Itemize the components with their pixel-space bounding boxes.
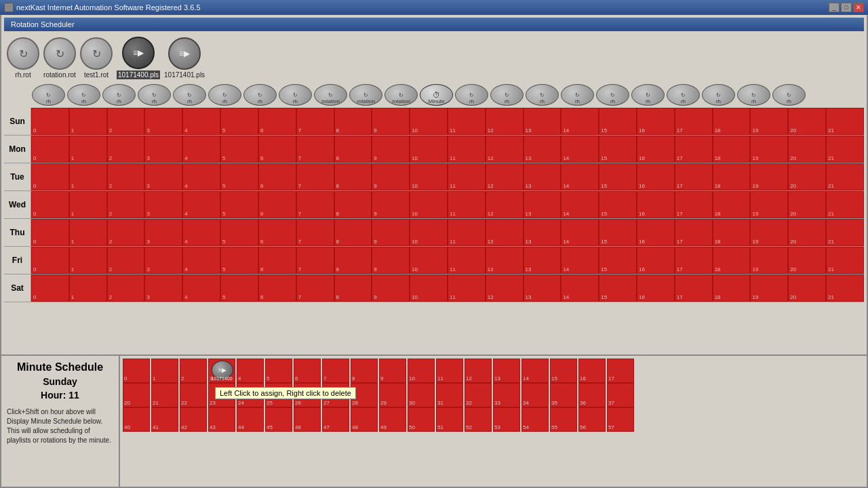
table-row[interactable]: 13	[524, 136, 561, 163]
table-row[interactable]: 8	[334, 274, 372, 302]
table-row[interactable]: 13	[524, 163, 561, 190]
table-row[interactable]: 3	[144, 219, 182, 246]
list-item[interactable]: 20	[123, 383, 150, 407]
table-row[interactable]: 21	[826, 274, 864, 302]
table-row[interactable]: 13	[524, 247, 561, 274]
table-row[interactable]: 6	[258, 219, 296, 246]
table-row[interactable]: 6	[258, 163, 296, 190]
list-item[interactable]: 37	[607, 383, 634, 407]
list-item[interactable]: 4	[237, 359, 264, 383]
list-item[interactable]: 36	[578, 383, 606, 407]
table-row[interactable]: 7	[296, 108, 334, 135]
table-row[interactable]: 14	[561, 191, 599, 218]
table-row[interactable]: 11	[448, 108, 486, 135]
table-row[interactable]: 14	[561, 274, 599, 302]
table-row[interactable]: 20	[788, 191, 826, 218]
table-row[interactable]: 9	[372, 136, 410, 163]
table-row[interactable]: 2	[107, 191, 145, 218]
table-row[interactable]: 8	[334, 108, 372, 135]
list-item[interactable]: 16	[578, 359, 606, 383]
toolbar-item-pls2[interactable]: ≡▶ 10171401.pls	[164, 37, 205, 79]
list-item[interactable]: 7	[322, 359, 349, 383]
table-row[interactable]: 17	[675, 274, 713, 302]
list-item[interactable]: 8	[351, 359, 378, 383]
table-row[interactable]: 7	[296, 274, 334, 302]
list-item[interactable]: 44	[237, 407, 264, 432]
table-row[interactable]: 19	[750, 163, 788, 190]
toolbar-item-test1[interactable]: ↻ test1.rot	[80, 37, 113, 79]
table-row[interactable]: 5	[220, 219, 258, 246]
table-row[interactable]: 17	[675, 163, 713, 190]
maximize-button[interactable]: □	[841, 3, 852, 12]
hour-btn-20[interactable]: ↻ rh	[737, 84, 770, 106]
hour-btn-6[interactable]: ↻ rh	[243, 84, 277, 106]
hour-btn-9[interactable]: ↻ rotation	[349, 84, 382, 106]
table-row[interactable]: 18	[713, 191, 751, 218]
table-row[interactable]: 14	[561, 219, 599, 246]
list-item[interactable]: 1	[151, 359, 178, 383]
table-row[interactable]: 15	[599, 274, 637, 302]
list-item[interactable]: 30	[408, 383, 435, 407]
table-row[interactable]: 5	[220, 274, 258, 302]
hour-btn-15[interactable]: ↻ rh	[561, 84, 594, 106]
table-row[interactable]: 12	[486, 219, 524, 246]
pls1-button[interactable]: ≡▶	[122, 37, 155, 69]
table-row[interactable]: 2	[107, 163, 145, 190]
table-row[interactable]: 12	[486, 136, 524, 163]
list-item[interactable]: 14	[521, 359, 549, 383]
table-row[interactable]: 15	[599, 219, 637, 246]
table-row[interactable]: 12	[486, 274, 524, 302]
table-row[interactable]: 18	[713, 163, 751, 190]
rotation-rot-button[interactable]: ↻	[43, 37, 76, 70]
table-row[interactable]: 14	[561, 247, 599, 274]
table-row[interactable]: 9	[372, 108, 410, 135]
table-row[interactable]: 2	[107, 136, 145, 163]
list-item[interactable]: 40	[123, 407, 150, 432]
table-row[interactable]: 2	[107, 219, 145, 246]
table-row[interactable]: 5	[220, 163, 258, 190]
table-row[interactable]: 8	[334, 163, 372, 190]
list-item[interactable]: 43	[208, 407, 235, 432]
table-row[interactable]: 12	[486, 163, 524, 190]
hour-btn-1[interactable]: ↻ rh	[67, 84, 100, 106]
hour-btn-0[interactable]: ↻ rh	[32, 84, 65, 106]
table-row[interactable]: 16	[637, 191, 675, 218]
list-item[interactable]: 53	[493, 407, 520, 432]
table-row[interactable]: 15	[599, 108, 637, 135]
close-button[interactable]: ✕	[853, 3, 864, 12]
table-row[interactable]: 19	[750, 108, 788, 135]
test1-rot-button[interactable]: ↻	[80, 37, 113, 70]
table-row[interactable]: 13	[524, 191, 561, 218]
table-row[interactable]: 11	[448, 136, 486, 163]
table-row[interactable]: 0	[31, 136, 69, 163]
table-row[interactable]: 3	[144, 108, 182, 135]
table-row[interactable]: 19	[750, 274, 788, 302]
table-row[interactable]: 3	[144, 136, 182, 163]
table-row[interactable]: 0	[31, 108, 69, 135]
hour-btn-13[interactable]: ↻ rh	[490, 84, 524, 106]
table-row[interactable]: 10	[410, 108, 448, 135]
table-row[interactable]: 1	[69, 163, 107, 190]
list-item[interactable]: 56	[578, 407, 606, 432]
table-row[interactable]: 6	[258, 136, 296, 163]
table-row[interactable]: 6	[258, 108, 296, 135]
table-row[interactable]: 17	[675, 191, 713, 218]
list-item[interactable]: 35	[550, 383, 577, 407]
table-row[interactable]: 14	[561, 163, 599, 190]
table-row[interactable]: 11	[448, 247, 486, 274]
minimize-button[interactable]: _	[829, 3, 840, 12]
table-row[interactable]: 20	[788, 274, 826, 302]
table-row[interactable]: 1	[69, 191, 107, 218]
table-row[interactable]: 11	[448, 191, 486, 218]
list-item[interactable]: 54	[521, 407, 549, 432]
table-row[interactable]: 2	[107, 247, 145, 274]
list-item[interactable]: 31	[436, 383, 463, 407]
hour-btn-21[interactable]: ↻ rh	[772, 84, 806, 106]
table-row[interactable]: 0	[31, 163, 69, 190]
table-row[interactable]: 7	[296, 136, 334, 163]
table-row[interactable]: 10	[410, 219, 448, 246]
list-item[interactable]: 32	[465, 383, 492, 407]
hour-btn-8[interactable]: ↻ rotation	[314, 84, 347, 106]
table-row[interactable]: 18	[713, 136, 751, 163]
table-row[interactable]: 19	[750, 219, 788, 246]
